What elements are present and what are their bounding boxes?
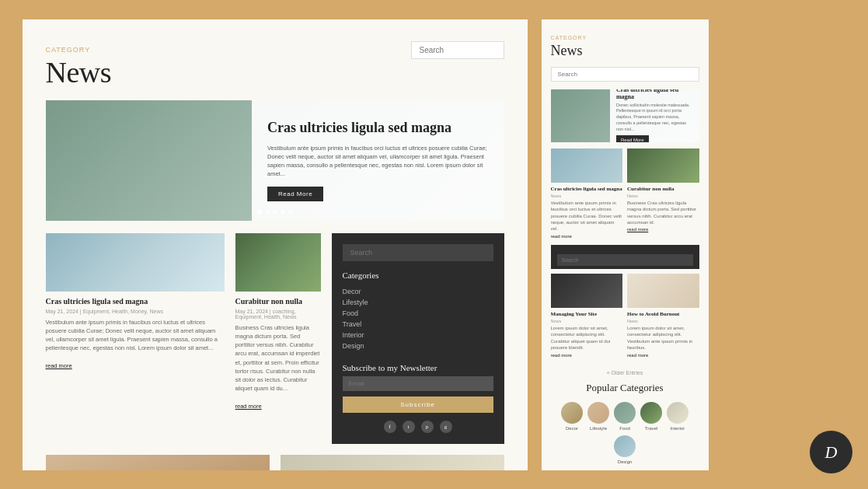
right-article-6-image bbox=[627, 274, 699, 308]
google-icon[interactable]: g bbox=[440, 421, 452, 433]
right-article-2-meta: News bbox=[627, 194, 699, 198]
hero-read-more-button[interactable]: Read More bbox=[267, 187, 323, 201]
right-article-1-read-more[interactable]: read more bbox=[551, 234, 623, 239]
right-article-5-title: Managing Your Site bbox=[551, 311, 623, 317]
right-article-6-title: How to Avoid Burnout bbox=[627, 311, 699, 317]
dot-4[interactable] bbox=[281, 210, 285, 215]
bottom-card-2-image bbox=[281, 455, 504, 470]
social-icons: f t p g bbox=[343, 421, 493, 433]
right-article-6-meta: News bbox=[627, 319, 699, 323]
main-container: Category News Cras ultricies ligula sed … bbox=[23, 19, 846, 470]
dot-2[interactable] bbox=[265, 210, 270, 215]
sidebar-panel: Categories Decor Lifestyle Food Travel I… bbox=[332, 233, 504, 444]
right-article-2: Curabitur non nulla News Business Cras u… bbox=[627, 148, 699, 239]
right-article-1-meta: News bbox=[551, 194, 623, 198]
article-1-meta: May 21, 2024 | Equipment, Health, Money,… bbox=[46, 309, 225, 314]
popular-cat-4-image bbox=[640, 402, 662, 424]
category-label: Category bbox=[46, 46, 91, 54]
right-search-input[interactable] bbox=[551, 67, 699, 82]
article-2-image bbox=[235, 233, 321, 292]
divi-logo: D bbox=[810, 431, 852, 473]
popular-cat-2[interactable]: Lifestyle bbox=[587, 402, 609, 431]
right-article-5-image bbox=[551, 274, 623, 308]
bottom-card-2: Integer euismod lacus luctus bbox=[281, 455, 504, 470]
right-article-6-read-more[interactable]: read more bbox=[627, 353, 699, 358]
right-article-1-image bbox=[551, 148, 623, 183]
popular-cat-1-label: Decor bbox=[566, 426, 578, 431]
popular-cat-5-image bbox=[667, 402, 688, 424]
hero-title: Cras ultricies ligula sed magna bbox=[267, 119, 489, 137]
popular-cat-5[interactable]: Interior bbox=[667, 402, 688, 431]
cat-travel[interactable]: Travel bbox=[343, 319, 493, 330]
popular-cat-3-image bbox=[614, 402, 636, 424]
divi-letter: D bbox=[825, 442, 838, 463]
popular-cat-6-image bbox=[614, 435, 636, 457]
article-1-read-more[interactable]: read more bbox=[46, 362, 72, 369]
article-2-text: Business Cras ultricies ligula magna dic… bbox=[235, 323, 321, 393]
older-entries-link[interactable]: « Older Entries bbox=[551, 370, 699, 375]
left-sidebar-dark: Categories Decor Lifestyle Food Travel I… bbox=[332, 233, 504, 444]
right-article-1: Cras ultricies ligula sed magna News Ves… bbox=[551, 148, 623, 239]
newsletter-title: Subscribe to my Newsletter bbox=[343, 362, 493, 373]
right-article-2-image bbox=[627, 148, 699, 183]
right-article-5-text: Lorem ipsum dolor sit amet, consectetur … bbox=[551, 325, 623, 351]
article-1-text: Vestibulum ante ipsum primis in faucibus… bbox=[46, 318, 225, 353]
article-2-title: Curabitur non nulla bbox=[235, 297, 321, 306]
right-hero-title: Cras ultricies ligula sed magna bbox=[616, 89, 693, 100]
right-article-2-read-more[interactable]: read more bbox=[627, 227, 699, 232]
popular-cat-4-label: Travel bbox=[645, 426, 657, 431]
cat-lifestyle[interactable]: Lifestyle bbox=[343, 297, 493, 308]
article-2-read-more[interactable]: read more bbox=[235, 403, 262, 410]
popular-cat-1-image bbox=[561, 402, 583, 424]
cat-design[interactable]: Design bbox=[343, 341, 493, 351]
right-panel: Category News Cras ultricies ligula sed … bbox=[542, 19, 709, 470]
search-bar-container[interactable] bbox=[411, 41, 504, 59]
right-article-5-read-more[interactable]: read more bbox=[551, 353, 623, 358]
popular-cat-2-label: Lifestyle bbox=[590, 426, 607, 431]
cat-food[interactable]: Food bbox=[343, 308, 493, 319]
popular-cat-2-image bbox=[587, 402, 609, 424]
right-bottom-section: « Older Entries Popular Categories Decor… bbox=[542, 364, 709, 470]
bottom-card-1-image bbox=[46, 455, 270, 470]
popular-cat-3-label: Food bbox=[619, 426, 630, 431]
popular-cat-3[interactable]: Food bbox=[614, 402, 636, 431]
right-hero-read-more-button[interactable]: Read More bbox=[616, 135, 649, 141]
bottom-articles: Cras ultricies ligula sed magna Integer … bbox=[46, 455, 504, 470]
right-article-1-title: Cras ultricies ligula sed magna bbox=[551, 186, 623, 192]
article-2-meta: May 21, 2024 | coaching, Equipment, Heal… bbox=[235, 309, 321, 320]
pinterest-icon[interactable]: p bbox=[421, 421, 434, 433]
cat-interior[interactable]: Interior bbox=[343, 330, 493, 341]
categories-title: Categories bbox=[343, 271, 493, 280]
right-articles-row-3: Managing Your Site News Lorem ipsum dolo… bbox=[551, 274, 699, 358]
facebook-icon[interactable]: f bbox=[384, 421, 396, 433]
dot-1[interactable] bbox=[257, 210, 262, 215]
left-panel: Category News Cras ultricies ligula sed … bbox=[23, 19, 528, 470]
right-sidebar-search[interactable] bbox=[557, 254, 693, 266]
search-input[interactable] bbox=[411, 41, 504, 59]
right-article-2-text: Business Cras ultricies ligula magna dic… bbox=[627, 200, 699, 226]
popular-cat-4[interactable]: Travel bbox=[640, 402, 662, 431]
article-1-image bbox=[46, 233, 225, 292]
popular-categories-grid: Decor Lifestyle Food Travel bbox=[551, 402, 699, 464]
article-1-title: Cras ultricies ligula sed magna bbox=[46, 297, 225, 306]
right-full: Category News Cras ultricies ligula sed … bbox=[542, 19, 709, 470]
right-middle-section: Cras ultricies ligula sed magna News Ves… bbox=[542, 148, 709, 269]
right-sidebar-box: Categories Decor Lifestyle Food Travel I… bbox=[551, 245, 699, 269]
sidebar-search-input[interactable] bbox=[343, 244, 493, 261]
dot-3[interactable] bbox=[273, 210, 277, 215]
right-hero-text: Donec sollicitudin molestie malesuada. P… bbox=[616, 103, 693, 132]
right-hero: Cras ultricies ligula sed magna Donec so… bbox=[551, 89, 699, 142]
hero-overlay: Cras ultricies ligula sed magna Vestibul… bbox=[252, 100, 504, 221]
subscribe-button[interactable]: Subscribe bbox=[343, 396, 493, 413]
twitter-icon[interactable]: t bbox=[403, 421, 415, 433]
hero-slider: Cras ultricies ligula sed magna Vestibul… bbox=[46, 100, 504, 221]
email-input[interactable] bbox=[343, 376, 493, 391]
popular-cat-1[interactable]: Decor bbox=[561, 402, 583, 431]
right-category-label: Category bbox=[551, 35, 587, 40]
cat-decor[interactable]: Decor bbox=[343, 286, 493, 297]
dot-5[interactable] bbox=[288, 210, 293, 215]
right-article-6-text: Lorem ipsum dolor sit amet, consectetur … bbox=[627, 325, 699, 351]
popular-cat-6[interactable]: Design bbox=[614, 435, 636, 464]
popular-cat-6-label: Design bbox=[618, 459, 633, 464]
popular-cat-5-label: Interior bbox=[671, 426, 685, 431]
